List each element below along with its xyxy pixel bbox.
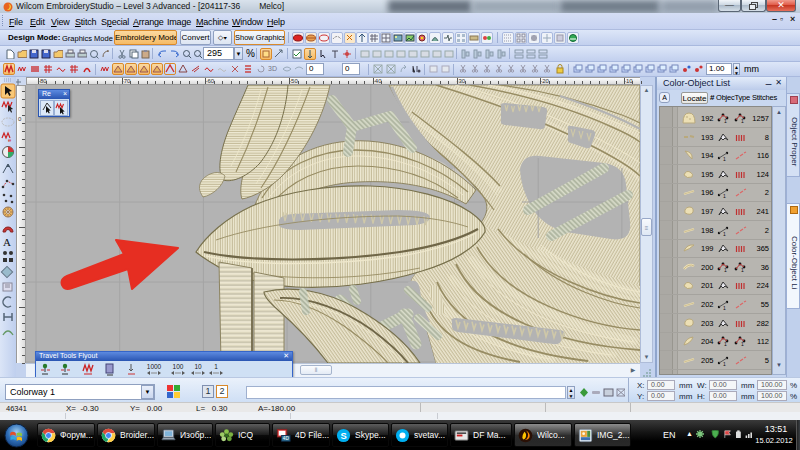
svg-text:S: S [340, 431, 346, 441]
svg-text:4D: 4D [283, 436, 290, 441]
svg-text:1: 1 [723, 193, 726, 199]
svg-text:1: 1 [741, 341, 744, 347]
svg-text:1: 1 [741, 267, 744, 273]
svg-text:e: e [8, 137, 12, 143]
svg-text:10: 10 [194, 363, 202, 370]
svg-text:A: A [3, 236, 11, 248]
svg-text:1: 1 [723, 231, 726, 237]
svg-text:1: 1 [723, 156, 726, 162]
svg-text:100: 100 [173, 363, 184, 370]
svg-text:1: 1 [741, 118, 744, 124]
svg-text:1: 1 [214, 363, 218, 370]
svg-text:1: 1 [724, 118, 727, 124]
svg-text:1: 1 [723, 361, 726, 367]
svg-text:1: 1 [723, 305, 726, 311]
svg-text:1: 1 [724, 267, 727, 273]
svg-text:1: 1 [724, 341, 727, 347]
svg-text:1000: 1000 [147, 363, 162, 370]
